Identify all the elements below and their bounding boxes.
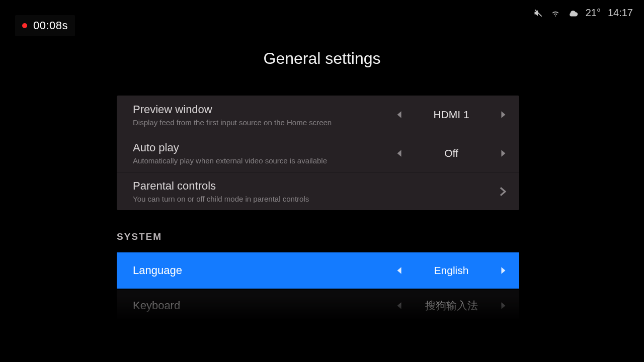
wifi-icon (550, 8, 560, 18)
status-clock: 14:17 (608, 7, 633, 19)
weather-icon (568, 8, 579, 19)
svg-point-1 (555, 15, 556, 16)
row-subtitle: Automatically play when external video s… (133, 156, 393, 165)
chevron-left-icon[interactable] (393, 300, 405, 311)
row-preview-window[interactable]: Preview window Display feed from the fir… (117, 96, 519, 134)
record-icon (22, 23, 27, 28)
row-subtitle: Display feed from the first input source… (133, 118, 393, 127)
row-auto-play[interactable]: Auto play Automatically play when extern… (117, 134, 519, 172)
chevron-left-icon[interactable] (393, 148, 405, 159)
status-bar: 21° 14:17 (533, 7, 633, 19)
recording-time: 00:08s (33, 19, 68, 32)
chevron-right-icon[interactable] (498, 109, 509, 120)
row-title: Preview window (133, 103, 393, 116)
mute-icon (533, 8, 543, 18)
status-temperature: 21° (586, 7, 601, 19)
settings-panel: Preview window Display feed from the fir… (117, 96, 519, 322)
row-value: 搜狗输入法 (405, 299, 498, 313)
row-subtitle: You can turn on or off child mode in par… (133, 195, 497, 203)
row-title: Parental controls (133, 179, 497, 193)
system-list: Language English Keyboard 搜狗输入法 (117, 251, 519, 322)
chevron-right-icon (497, 187, 509, 196)
row-title: Keyboard (133, 299, 393, 312)
row-title: Language (133, 264, 393, 277)
chevron-right-icon[interactable] (498, 300, 509, 311)
chevron-right-icon[interactable] (498, 148, 509, 159)
recording-indicator: 00:08s (15, 15, 75, 36)
chevron-left-icon[interactable] (393, 265, 405, 276)
row-keyboard[interactable]: Keyboard 搜狗输入法 (117, 290, 519, 322)
row-language[interactable]: Language English (117, 252, 519, 289)
section-header-system: SYSTEM (117, 231, 519, 242)
general-list: Preview window Display feed from the fir… (117, 96, 519, 210)
row-title: Auto play (133, 141, 393, 154)
row-parental-controls[interactable]: Parental controls You can turn on or off… (117, 172, 519, 210)
chevron-right-icon[interactable] (498, 265, 509, 276)
row-value: English (405, 264, 498, 277)
row-value: Off (405, 147, 498, 159)
page-title: General settings (0, 49, 644, 68)
chevron-left-icon[interactable] (393, 109, 405, 120)
row-value: HDMI 1 (405, 109, 498, 121)
